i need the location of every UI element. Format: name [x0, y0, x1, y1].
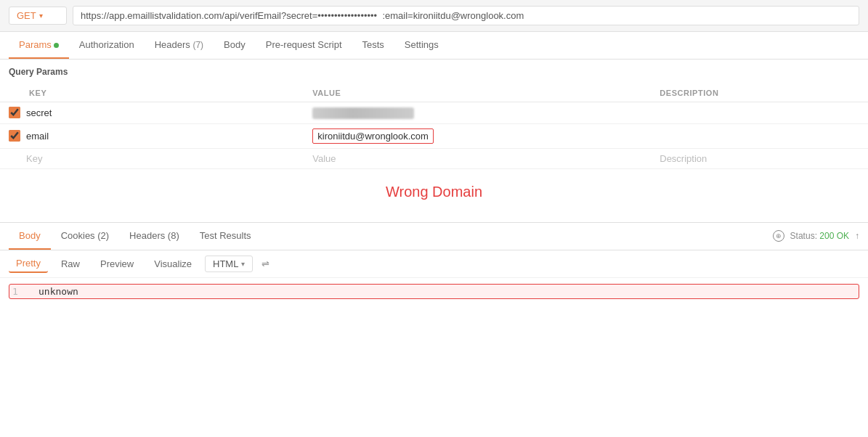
- bottom-tab-cookies[interactable]: Cookies (2): [51, 223, 119, 250]
- format-tab-visualize[interactable]: Visualize: [147, 256, 199, 272]
- status-bar: ⊕ Status: 200 OK ↑: [773, 230, 859, 242]
- table-row: email kironiitdu@wronglook.com: [0, 123, 868, 148]
- code-line-1: 1 unknown: [9, 284, 859, 299]
- line-number-1: 1: [12, 286, 27, 297]
- col-header-value: VALUE: [304, 84, 651, 102]
- bottom-tab-test-results[interactable]: Test Results: [190, 223, 261, 250]
- method-label: GET: [17, 10, 36, 21]
- tab-body[interactable]: Body: [214, 32, 256, 59]
- request-tabs: Params Authorization Headers (7) Body Pr…: [0, 32, 868, 60]
- chevron-down-icon: ▾: [241, 260, 245, 268]
- format-tab-pretty[interactable]: Pretty: [9, 255, 48, 273]
- value-secret-blurred: [312, 107, 414, 119]
- params-dot: [54, 43, 59, 48]
- globe-icon: ⊕: [773, 230, 784, 242]
- chevron-down-icon: ▾: [39, 12, 43, 20]
- extra-icon: ↑: [855, 231, 859, 241]
- status-code: 200 OK: [819, 231, 849, 241]
- key-email: email: [26, 131, 49, 142]
- tab-headers[interactable]: Headers (7): [145, 32, 214, 59]
- wrap-icon[interactable]: ⇌: [259, 256, 272, 272]
- format-row: Pretty Raw Preview Visualize HTML ▾ ⇌: [0, 250, 868, 278]
- url-bar: GET ▾: [0, 0, 868, 32]
- tab-tests[interactable]: Tests: [352, 32, 394, 59]
- row-checkbox-email[interactable]: [9, 130, 20, 142]
- tab-settings[interactable]: Settings: [394, 32, 449, 59]
- row-checkbox-secret[interactable]: [9, 107, 20, 118]
- query-params-title: Query Params: [0, 60, 868, 84]
- table-row: secret: [0, 102, 868, 124]
- bottom-tab-headers[interactable]: Headers (8): [119, 223, 190, 250]
- tab-params[interactable]: Params: [9, 32, 69, 59]
- tab-authorization[interactable]: Authorization: [69, 32, 145, 59]
- table-row-empty: Key Value Description: [0, 148, 868, 168]
- format-tab-raw[interactable]: Raw: [54, 256, 87, 272]
- format-select-dropdown[interactable]: HTML ▾: [205, 256, 253, 272]
- new-row-desc-placeholder[interactable]: Description: [660, 153, 707, 164]
- format-tab-preview[interactable]: Preview: [93, 256, 141, 272]
- tab-pre-request-script[interactable]: Pre-request Script: [256, 32, 352, 59]
- col-header-key: KEY: [0, 84, 304, 102]
- key-secret: secret: [26, 107, 52, 118]
- col-header-description: DESCRIPTION: [651, 84, 868, 102]
- bottom-panel: Body Cookies (2) Headers (8) Test Result…: [0, 222, 868, 305]
- url-input[interactable]: [73, 6, 859, 25]
- params-table: KEY VALUE DESCRIPTION secret ema: [0, 84, 868, 169]
- response-area: Wrong Domain: [0, 169, 868, 215]
- value-email: kironiitdu@wronglook.com: [312, 128, 434, 144]
- bottom-tab-body[interactable]: Body: [9, 223, 51, 250]
- new-row-key-placeholder[interactable]: Key: [26, 153, 42, 164]
- wrong-domain-title: Wrong Domain: [9, 184, 859, 200]
- bottom-tabs-row: Body Cookies (2) Headers (8) Test Result…: [0, 223, 868, 250]
- code-content-1: unknown: [38, 286, 78, 297]
- new-row-value-placeholder[interactable]: Value: [312, 153, 336, 164]
- method-select[interactable]: GET ▾: [9, 7, 67, 25]
- code-area: 1 unknown: [0, 278, 868, 305]
